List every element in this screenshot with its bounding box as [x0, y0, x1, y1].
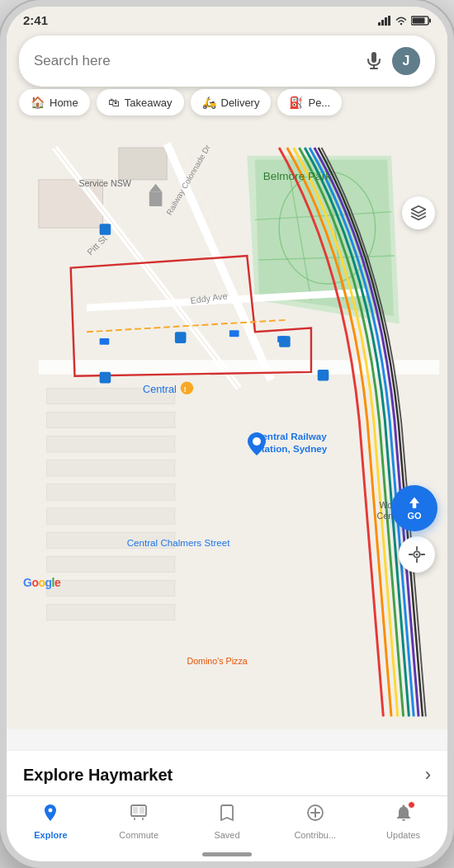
explore-bar[interactable]: Explore Haymarket ›	[7, 750, 447, 795]
svg-rect-2	[385, 17, 387, 26]
petrol-quick-btn[interactable]: ⛽ Pe...	[277, 89, 342, 116]
svg-text:Domino's Pizza: Domino's Pizza	[187, 656, 247, 666]
svg-rect-54	[279, 336, 291, 347]
svg-text:Central Railway: Central Railway	[255, 431, 327, 441]
svg-rect-25	[47, 580, 175, 596]
updates-nav-label: Updates	[386, 830, 420, 840]
search-input[interactable]	[34, 53, 356, 69]
svg-rect-56	[318, 370, 329, 381]
explore-nav-icon	[40, 803, 60, 828]
svg-rect-55	[100, 372, 111, 384]
google-logo: Google	[23, 576, 60, 589]
explore-nav-label: Explore	[34, 830, 67, 840]
svg-text:Service NSW: Service NSW	[78, 178, 131, 188]
svg-rect-0	[378, 22, 381, 26]
svg-point-57	[253, 437, 261, 446]
nav-commute[interactable]: Commute	[95, 803, 183, 840]
delivery-quick-btn[interactable]: 🛵 Delivery	[191, 89, 272, 116]
svg-rect-34	[229, 330, 239, 337]
location-button[interactable]	[399, 536, 435, 573]
svg-rect-21	[47, 484, 175, 500]
petrol-btn-label: Pe...	[308, 97, 330, 109]
go-button[interactable]: GO	[391, 485, 437, 531]
svg-text:!: !	[184, 384, 187, 394]
battery-icon	[411, 16, 431, 26]
delivery-icon: 🛵	[202, 96, 216, 109]
svg-rect-3	[388, 16, 390, 26]
svg-text:Station, Sydney: Station, Sydney	[255, 443, 328, 454]
explore-title: Explore Haymarket	[23, 766, 173, 785]
central-railway-pin[interactable]	[248, 432, 266, 459]
svg-rect-22	[47, 508, 175, 524]
home-indicator	[202, 852, 252, 856]
contribute-nav-label: Contribu...	[294, 830, 336, 840]
status-bar: 2:41	[7, 7, 447, 31]
svg-rect-36	[100, 338, 110, 345]
commute-nav-icon	[129, 803, 149, 828]
svg-text:Belmore Park: Belmore Park	[263, 170, 331, 182]
microphone-icon[interactable]	[364, 51, 384, 71]
svg-rect-24	[47, 556, 175, 572]
svg-text:Central Chalmers Street: Central Chalmers Street	[127, 538, 231, 549]
svg-rect-1	[381, 20, 384, 26]
nav-contribute[interactable]: Contribu...	[271, 803, 359, 840]
nav-saved[interactable]: Saved	[183, 803, 272, 840]
search-bar-container: J	[19, 35, 435, 87]
go-label: GO	[407, 511, 421, 521]
takeaway-btn-label: Takeaway	[125, 97, 173, 109]
wifi-icon	[395, 16, 408, 26]
status-time: 2:41	[23, 13, 48, 27]
commute-nav-label: Commute	[119, 830, 158, 840]
svg-point-59	[416, 554, 419, 556]
petrol-icon: ⛽	[289, 96, 303, 109]
svg-rect-69	[133, 807, 138, 814]
svg-rect-65	[371, 52, 376, 63]
svg-rect-70	[140, 807, 144, 814]
svg-rect-52	[100, 224, 111, 235]
svg-rect-5	[413, 17, 425, 23]
contribute-nav-icon	[305, 803, 325, 828]
delivery-btn-label: Delivery	[221, 97, 260, 109]
phone-frame: 2:41	[0, 0, 454, 868]
nav-updates[interactable]: Updates	[359, 803, 447, 840]
home-btn-label: Home	[50, 97, 78, 109]
status-icons	[378, 16, 431, 26]
svg-text:Central: Central	[143, 384, 177, 395]
svg-point-43	[181, 382, 194, 395]
svg-rect-19	[47, 436, 175, 452]
layers-button[interactable]	[402, 196, 435, 229]
home-icon: 🏠	[31, 96, 45, 109]
svg-rect-64	[413, 503, 417, 508]
svg-rect-53	[175, 332, 187, 343]
search-bar[interactable]: J	[19, 35, 435, 87]
takeaway-icon: 🛍	[108, 96, 120, 109]
svg-rect-18	[47, 412, 175, 427]
nav-explore[interactable]: Explore	[7, 803, 95, 840]
svg-rect-16	[119, 148, 167, 180]
updates-nav-icon	[394, 803, 414, 828]
takeaway-quick-btn[interactable]: 🛍 Takeaway	[97, 89, 184, 116]
explore-chevron: ›	[425, 764, 431, 785]
signal-icon	[378, 16, 391, 26]
bottom-nav: Explore Commute S	[7, 795, 447, 861]
saved-nav-label: Saved	[214, 830, 239, 840]
svg-rect-6	[429, 18, 431, 22]
avatar[interactable]: J	[392, 47, 420, 75]
svg-rect-50	[149, 191, 163, 205]
saved-nav-icon	[217, 803, 237, 828]
quick-actions: 🏠 Home 🛍 Takeaway 🛵 Delivery ⛽ Pe...	[19, 89, 435, 116]
home-quick-btn[interactable]: 🏠 Home	[19, 89, 90, 116]
svg-rect-20	[47, 460, 175, 476]
svg-rect-26	[47, 604, 175, 620]
